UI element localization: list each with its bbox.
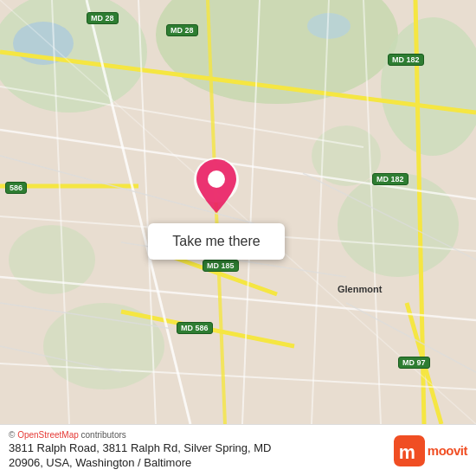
svg-point-36: [208, 170, 225, 188]
road-badge-md97: MD 97: [398, 357, 430, 369]
osm-contributors: contributors: [79, 430, 126, 440]
osm-copyright: ©: [9, 430, 17, 440]
take-me-there-button[interactable]: Take me there: [148, 223, 284, 260]
moovit-text: moovit: [428, 443, 467, 458]
osm-attribution: © OpenStreetMap contributors: [9, 430, 394, 440]
moovit-logo: m moovit: [394, 435, 467, 466]
address-text: 3811 Ralph Road, 3811 Ralph Rd, Silver S…: [9, 441, 394, 471]
address-line1: 3811 Ralph Road, 3811 Ralph Rd, Silver S…: [9, 441, 272, 454]
road-badge-md28-tl: MD 28: [87, 12, 119, 24]
svg-text:m: m: [399, 441, 415, 463]
footer: © OpenStreetMap contributors 3811 Ralph …: [0, 424, 476, 476]
address-line2: 20906, USA, Washington / Baltimore: [9, 456, 191, 469]
moovit-icon: m: [394, 435, 425, 466]
road-badge-md182-mid: MD 182: [372, 173, 408, 185]
place-label-glenmont: Glenmont: [338, 284, 382, 294]
location-pin-icon: [190, 156, 242, 216]
footer-left: © OpenStreetMap contributors 3811 Ralph …: [9, 430, 394, 471]
road-badge-586: 586: [5, 182, 27, 194]
road-badge-md182-right: MD 182: [388, 54, 424, 66]
map-action-container: Take me there: [121, 156, 312, 260]
map-view: MD 28 MD 28 MD 182 MD 182 586 MD 185 MD …: [0, 0, 476, 424]
road-badge-md586-bottom: MD 586: [177, 322, 213, 334]
road-badge-md185: MD 185: [203, 260, 239, 272]
osm-link[interactable]: OpenStreetMap: [17, 430, 79, 440]
road-badge-md28-top: MD 28: [166, 24, 198, 36]
